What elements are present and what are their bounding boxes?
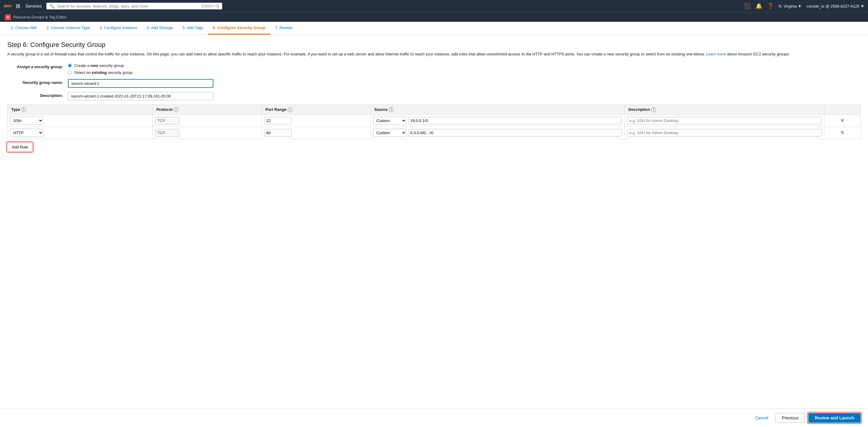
- top-navigation: aws ⊞ Services 🔍 [Option+S] ⬛ 🔔 ❓ N. Vir…: [0, 0, 868, 12]
- main-content: Step 6: Configure Security Group A secur…: [0, 35, 868, 158]
- row1-protocol-input: [155, 117, 179, 125]
- grid-icon[interactable]: ⊞: [16, 3, 20, 9]
- port-info-icon[interactable]: i: [288, 107, 292, 112]
- row2-type-cell: SSH HTTP HTTPS Custom TCP Custom UDP All…: [7, 127, 153, 139]
- tab-storage[interactable]: 4. Add Storage: [142, 22, 178, 35]
- tab-ami[interactable]: 1. Choose AMI: [6, 22, 41, 35]
- tab-tags[interactable]: 5. Add Tags: [178, 22, 208, 35]
- col-header-desc: Description i: [625, 104, 824, 114]
- user-menu[interactable]: cscode_io @ 2588-6227-4120 ▼: [806, 4, 864, 8]
- row2-protocol-input: [155, 129, 179, 137]
- row1-delete-button[interactable]: ✕: [840, 117, 845, 124]
- row1-desc-cell: [625, 114, 824, 127]
- search-bar[interactable]: 🔍 [Option+S]: [46, 3, 222, 9]
- row1-delete-cell: ✕: [824, 114, 861, 127]
- learn-more-suffix: about Amazon EC2 security groups.: [727, 52, 790, 56]
- row1-source-input[interactable]: [408, 117, 622, 125]
- assign-sg-options: Create a new security group Select an ex…: [68, 63, 132, 75]
- terminal-icon[interactable]: ⬛: [744, 3, 751, 9]
- row2-type-select[interactable]: SSH HTTP HTTPS Custom TCP Custom UDP All…: [10, 129, 43, 137]
- nav-right: ⬛ 🔔 ❓ N. Virginia ▼ cscode_io @ 2588-622…: [744, 3, 864, 9]
- svg-text:aws: aws: [4, 3, 12, 8]
- row1-port-input[interactable]: [264, 117, 291, 125]
- bell-icon[interactable]: 🔔: [755, 3, 762, 9]
- row2-port-cell: [261, 127, 370, 139]
- tab-security[interactable]: 6. Configure Security Group: [208, 22, 270, 35]
- resource-bar-label: Resource Groups & Tag Editor: [13, 15, 67, 20]
- table-row: SSH HTTP HTTPS Custom TCP Custom UDP All…: [7, 114, 861, 127]
- row2-source-cell: Custom Anywhere My IP: [370, 127, 625, 139]
- row1-type-select[interactable]: SSH HTTP HTTPS Custom TCP Custom UDP All…: [10, 117, 43, 125]
- col-header-source: Source i: [370, 104, 625, 114]
- tab-instance[interactable]: 2. Choose Instance Type: [41, 22, 95, 35]
- row2-source-group: Custom Anywhere My IP: [373, 129, 622, 137]
- source-info-icon[interactable]: i: [389, 107, 394, 112]
- search-icon: 🔍: [50, 4, 55, 8]
- row1-source-cell: Custom Anywhere My IP: [370, 114, 625, 127]
- desc-info-icon[interactable]: i: [651, 107, 656, 112]
- protocol-info-icon[interactable]: i: [174, 107, 179, 112]
- row2-protocol-cell: [153, 127, 261, 139]
- sg-desc-row: Description:: [7, 92, 861, 100]
- col-header-type: Type i: [7, 104, 153, 114]
- rules-table: Type i Protocol i Port Range i Source i …: [7, 104, 861, 139]
- select-existing-option[interactable]: Select an existing security group: [68, 70, 132, 75]
- col-header-port: Port Range i: [261, 104, 370, 114]
- resource-bar: R Resource Groups & Tag Editor: [0, 12, 868, 22]
- row1-source-select[interactable]: Custom Anywhere My IP: [373, 117, 406, 125]
- aws-logo: aws: [4, 3, 12, 9]
- row2-desc-input[interactable]: [627, 129, 822, 137]
- tab-review[interactable]: 7. Review: [270, 22, 297, 35]
- help-icon[interactable]: ❓: [767, 3, 774, 9]
- row2-source-input[interactable]: [408, 129, 622, 137]
- row2-port-input[interactable]: [264, 129, 291, 137]
- sg-desc-input[interactable]: [68, 92, 213, 100]
- services-button[interactable]: Services: [23, 2, 44, 10]
- create-new-radio[interactable]: [68, 64, 72, 68]
- sg-desc-label: Description:: [7, 92, 68, 98]
- page-desc-text: A security group is a set of firewall ru…: [7, 52, 706, 56]
- row1-protocol-cell: [153, 114, 261, 127]
- wizard-tabs: 1. Choose AMI 2. Choose Instance Type 3.…: [0, 22, 868, 35]
- create-new-option[interactable]: Create a new security group: [68, 63, 132, 68]
- assign-sg-label: Assign a security group:: [7, 63, 68, 69]
- page-title: Step 6: Configure Security Group: [7, 41, 861, 49]
- row1-desc-input[interactable]: [627, 117, 822, 125]
- tab-configure[interactable]: 3. Configure Instance: [95, 22, 142, 35]
- row1-port-cell: [261, 114, 370, 127]
- region-selector[interactable]: N. Virginia ▼: [779, 4, 802, 8]
- type-info-icon[interactable]: i: [21, 107, 26, 112]
- sg-name-input[interactable]: [68, 79, 213, 88]
- row2-source-select[interactable]: Custom Anywhere My IP: [373, 129, 406, 137]
- search-input[interactable]: [57, 4, 199, 8]
- select-existing-radio[interactable]: [68, 71, 72, 74]
- add-rule-button[interactable]: Add Rule: [7, 143, 32, 152]
- assign-sg-row: Assign a security group: Create a new se…: [7, 63, 861, 75]
- table-row: SSH HTTP HTTPS Custom TCP Custom UDP All…: [7, 127, 861, 139]
- learn-more-link[interactable]: Learn more: [706, 52, 726, 56]
- row1-type-cell: SSH HTTP HTTPS Custom TCP Custom UDP All…: [7, 114, 153, 127]
- sg-name-row: Security group name:: [7, 79, 861, 88]
- row2-desc-cell: [625, 127, 824, 139]
- resource-groups-icon: R: [5, 14, 11, 20]
- row2-delete-cell: ✕: [824, 127, 861, 139]
- row1-source-group: Custom Anywhere My IP: [373, 117, 622, 125]
- col-header-protocol: Protocol i: [153, 104, 261, 114]
- page-description: A security group is a set of firewall ru…: [7, 51, 861, 57]
- search-shortcut: [Option+S]: [202, 4, 219, 8]
- col-header-delete: [824, 104, 861, 114]
- row2-delete-button[interactable]: ✕: [840, 129, 845, 136]
- sg-name-label: Security group name:: [7, 79, 68, 85]
